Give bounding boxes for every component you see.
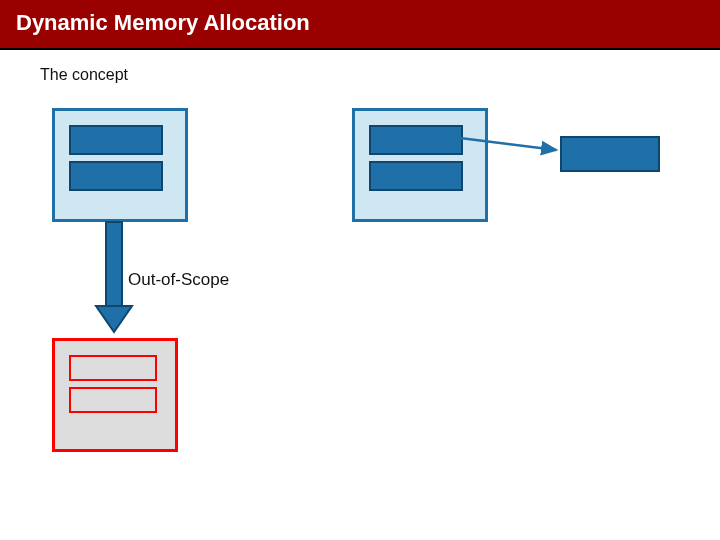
arrows-layer [0, 0, 720, 540]
out-of-scope-arrow [96, 222, 132, 332]
svg-marker-1 [96, 306, 132, 332]
pointer-arrow [460, 138, 556, 150]
svg-rect-0 [106, 222, 122, 308]
